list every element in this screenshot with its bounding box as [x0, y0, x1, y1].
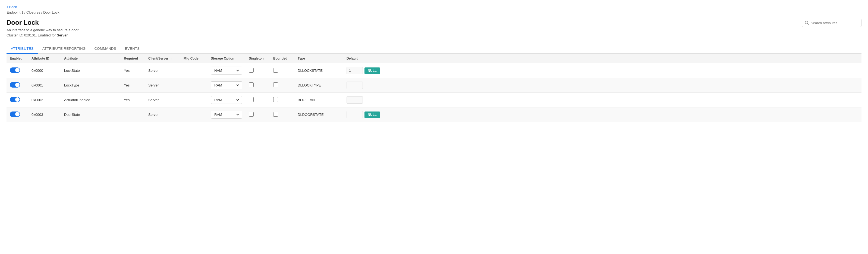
search-input[interactable] — [811, 21, 854, 25]
tabs-container: ATTRIBUTES ATTRIBUTE REPORTING COMMANDS … — [6, 44, 862, 54]
null-button[interactable]: NULL — [365, 112, 380, 118]
tab-commands[interactable]: COMMANDS — [90, 44, 120, 54]
page-title: Door Lock — [6, 19, 79, 26]
attr-id-cell: 0x0002 — [28, 93, 61, 107]
mfg-code-cell — [180, 93, 208, 107]
search-box — [802, 19, 862, 27]
attributes-table: Enabled Attribute ID Attribute Required … — [6, 54, 862, 122]
client-server-cell: Server — [145, 63, 180, 78]
singleton-cell[interactable] — [246, 63, 270, 78]
client-server-cell: Server — [145, 93, 180, 107]
back-link[interactable]: Back — [6, 4, 17, 9]
bounded-cell[interactable] — [270, 107, 294, 122]
default-cell[interactable]: NULL — [343, 63, 862, 78]
default-input[interactable] — [346, 111, 363, 118]
type-cell: DLLOCKTYPE — [294, 78, 343, 93]
attribute-name-cell: ActuatorEnabled — [61, 93, 121, 107]
default-input[interactable] — [346, 67, 363, 74]
singleton-checkbox[interactable] — [249, 68, 254, 73]
client-server-cell: Server — [145, 78, 180, 93]
default-cell[interactable] — [343, 78, 862, 93]
required-cell: Yes — [121, 93, 145, 107]
sort-arrow-icon: ↑ — [170, 57, 172, 60]
storage-select[interactable]: NVMRAMExternal — [213, 83, 240, 88]
null-button[interactable]: NULL — [365, 67, 380, 74]
default-input[interactable] — [346, 82, 363, 89]
breadcrumb: Endpoint 1 / Closures / Door Lock — [6, 10, 862, 15]
singleton-checkbox[interactable] — [249, 112, 254, 117]
cluster-info: Cluster ID: 0x0101, Enabled for Server — [6, 33, 79, 37]
table-row: 0x0000LockStateYesServerNVMRAMExternalDL… — [6, 63, 862, 78]
enabled-toggle[interactable] — [10, 82, 20, 88]
type-cell: BOOLEAN — [294, 93, 343, 107]
th-storage-option: Storage Option — [208, 54, 246, 63]
client-server-cell: Server — [145, 107, 180, 122]
enabled-toggle[interactable] — [10, 112, 20, 117]
type-cell: DLDOORSTATE — [294, 107, 343, 122]
default-cell[interactable]: NULL — [343, 107, 862, 122]
enabled-toggle[interactable] — [10, 67, 20, 73]
singleton-cell[interactable] — [246, 78, 270, 93]
singleton-cell[interactable] — [246, 93, 270, 107]
th-type: Type — [294, 54, 343, 63]
tab-events[interactable]: EVENTS — [121, 44, 144, 54]
th-enabled: Enabled — [6, 54, 28, 63]
tab-attribute-reporting[interactable]: ATTRIBUTE REPORTING — [38, 44, 90, 54]
storage-option-cell[interactable]: NVMRAMExternal — [208, 107, 246, 122]
search-icon — [805, 21, 809, 25]
th-attribute: Attribute — [61, 54, 121, 63]
storage-option-cell[interactable]: NVMRAMExternal — [208, 78, 246, 93]
mfg-code-cell — [180, 78, 208, 93]
attributes-table-wrapper: Enabled Attribute ID Attribute Required … — [6, 54, 862, 122]
svg-line-1 — [808, 24, 809, 25]
singleton-cell[interactable] — [246, 107, 270, 122]
mfg-code-cell — [180, 63, 208, 78]
attribute-name-cell: LockType — [61, 78, 121, 93]
attribute-name-cell: DoorState — [61, 107, 121, 122]
bounded-checkbox[interactable] — [273, 68, 278, 73]
attr-id-cell: 0x0000 — [28, 63, 61, 78]
th-bounded: Bounded — [270, 54, 294, 63]
bounded-checkbox[interactable] — [273, 112, 278, 117]
attribute-name-cell: LockState — [61, 63, 121, 78]
required-cell: Yes — [121, 63, 145, 78]
storage-select[interactable]: NVMRAMExternal — [213, 112, 240, 117]
th-mfg-code: Mfg Code — [180, 54, 208, 63]
type-cell: DLLOCKSTATE — [294, 63, 343, 78]
default-cell[interactable] — [343, 93, 862, 107]
tab-attributes[interactable]: ATTRIBUTES — [6, 44, 38, 54]
bounded-checkbox[interactable] — [273, 97, 278, 102]
table-row: 0x0003DoorStateServerNVMRAMExternalDLDOO… — [6, 107, 862, 122]
attr-id-cell: 0x0003 — [28, 107, 61, 122]
required-cell — [121, 107, 145, 122]
th-attr-id: Attribute ID — [28, 54, 61, 63]
bounded-cell[interactable] — [270, 78, 294, 93]
storage-select[interactable]: NVMRAMExternal — [213, 68, 240, 73]
mfg-code-cell — [180, 107, 208, 122]
page-description: An interface to a generic way to secure … — [6, 28, 79, 32]
default-input[interactable] — [346, 96, 363, 104]
table-row: 0x0002ActuatorEnabledYesServerNVMRAMExte… — [6, 93, 862, 107]
storage-select[interactable]: NVMRAMExternal — [213, 97, 240, 102]
required-cell: Yes — [121, 78, 145, 93]
attr-id-cell: 0x0001 — [28, 78, 61, 93]
singleton-checkbox[interactable] — [249, 82, 254, 87]
bounded-cell[interactable] — [270, 93, 294, 107]
enabled-toggle[interactable] — [10, 97, 20, 102]
storage-option-cell[interactable]: NVMRAMExternal — [208, 63, 246, 78]
th-required: Required — [121, 54, 145, 63]
storage-option-cell[interactable]: NVMRAMExternal — [208, 93, 246, 107]
singleton-checkbox[interactable] — [249, 97, 254, 102]
table-row: 0x0001LockTypeYesServerNVMRAMExternalDLL… — [6, 78, 862, 93]
bounded-checkbox[interactable] — [273, 82, 278, 87]
th-client-server[interactable]: Client/Server ↑ — [145, 54, 180, 63]
bounded-cell[interactable] — [270, 63, 294, 78]
th-singleton: Singleton — [246, 54, 270, 63]
th-default: Default — [343, 54, 862, 63]
